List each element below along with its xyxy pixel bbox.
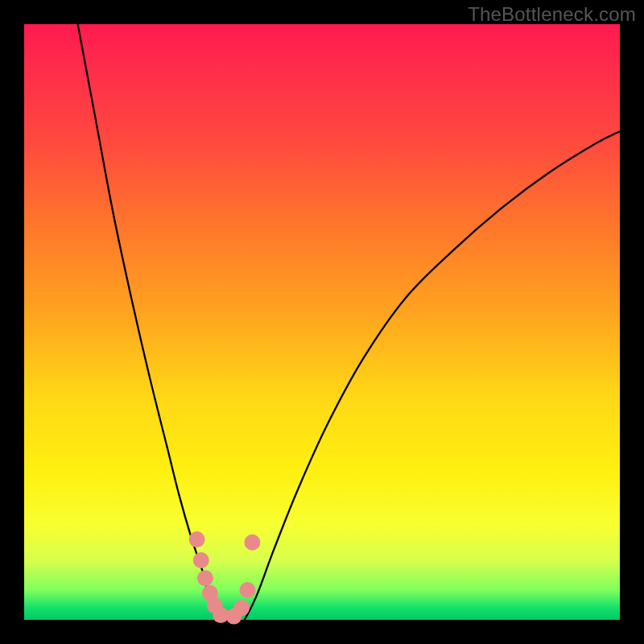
chart-frame: TheBottleneck.com — [0, 0, 644, 644]
left-branch-curve — [78, 24, 221, 620]
curve-layer — [24, 24, 620, 620]
plot-area — [24, 24, 620, 620]
watermark-text: TheBottleneck.com — [468, 3, 636, 26]
svg-point-2 — [197, 570, 213, 586]
svg-point-9 — [244, 535, 260, 551]
svg-point-7 — [233, 600, 250, 616]
svg-point-8 — [240, 582, 256, 598]
svg-point-1 — [193, 552, 209, 568]
right-branch-curve — [245, 131, 620, 620]
svg-point-0 — [189, 531, 205, 547]
